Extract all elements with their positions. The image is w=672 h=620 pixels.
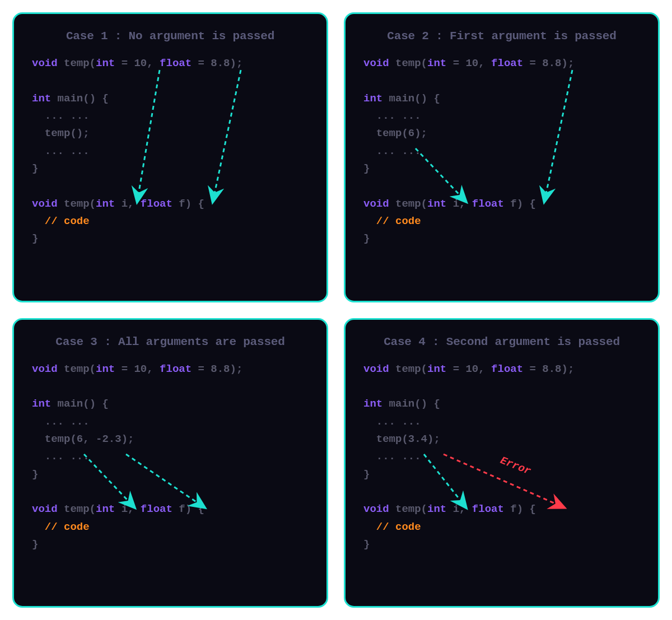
- code-block: void temp(int = 10, float = 8.8); int ma…: [32, 55, 309, 248]
- keyword-void: void: [32, 57, 58, 69]
- panel-title: Case 3 : All arguments are passed: [32, 335, 309, 348]
- keyword-int: int: [96, 57, 115, 69]
- comment: // code: [32, 215, 90, 227]
- panel-title: Case 4 : Second argument is passed: [363, 335, 640, 348]
- code-block: void temp(int = 10, float = 8.8); int ma…: [363, 55, 640, 248]
- panel-title: Case 1 : No argument is passed: [32, 30, 309, 43]
- panel-case-3: Case 3 : All arguments are passed void t…: [12, 318, 328, 608]
- code-block: void temp(int = 10, float = 8.8); int ma…: [32, 361, 309, 554]
- panel-title: Case 2 : First argument is passed: [363, 30, 640, 43]
- panel-case-2: Case 2 : First argument is passed void t…: [344, 12, 660, 302]
- keyword-float: float: [160, 57, 192, 69]
- panel-case-1: Case 1 : No argument is passed void temp…: [12, 12, 328, 302]
- diagram-grid: Case 1 : No argument is passed void temp…: [12, 12, 660, 608]
- panel-case-4: Case 4 : Second argument is passed void …: [344, 318, 660, 608]
